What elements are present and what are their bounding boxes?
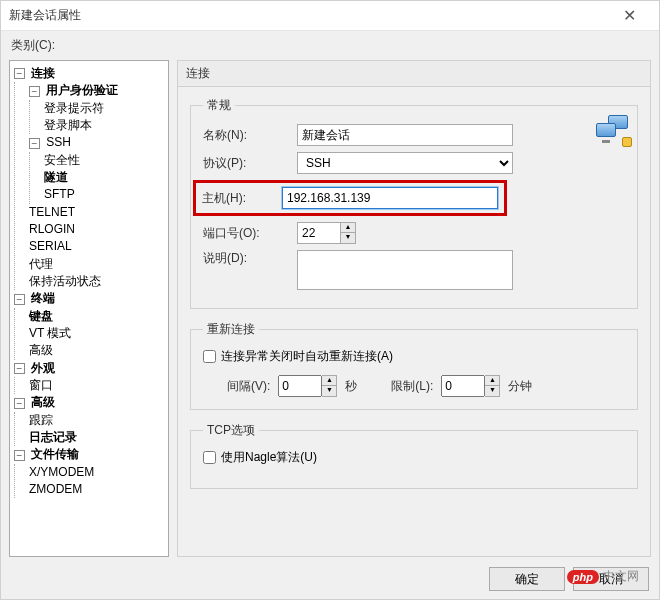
spinner-up-icon[interactable]: ▲ — [322, 376, 336, 386]
protocol-label: 协议(P): — [203, 155, 289, 172]
tree-item-rlogin[interactable]: RLOGIN — [29, 222, 75, 236]
group-tcp-legend: TCP选项 — [203, 422, 259, 439]
cancel-button[interactable]: 取消 — [573, 567, 649, 591]
category-label: 类别(C): — [11, 37, 651, 54]
tree-item-appearance[interactable]: 外观 — [31, 361, 55, 375]
seconds-label: 秒 — [345, 378, 357, 395]
tree-item-telnet[interactable]: TELNET — [29, 205, 75, 219]
description-label: 说明(D): — [203, 250, 289, 267]
tree-item-proxy[interactable]: 代理 — [29, 257, 53, 271]
group-reconnect-legend: 重新连接 — [203, 321, 259, 338]
host-input[interactable] — [282, 187, 498, 209]
nagle-checkbox[interactable] — [203, 451, 216, 464]
tree-item-keepalive[interactable]: 保持活动状态 — [29, 274, 101, 288]
tree-item-ssh[interactable]: SSH — [46, 136, 71, 150]
tree-item-sftp[interactable]: SFTP — [44, 188, 75, 202]
tree-item-window[interactable]: 窗口 — [29, 378, 53, 392]
group-tcp: TCP选项 使用Nagle算法(U) — [190, 422, 638, 489]
spinner-up-icon[interactable]: ▲ — [341, 223, 355, 233]
tree-item-zmodem[interactable]: ZMODEM — [29, 482, 82, 496]
tree-item-auth[interactable]: 用户身份验证 — [46, 84, 118, 98]
port-label: 端口号(O): — [203, 225, 289, 242]
body-row: − 连接 − 用户身份验证 登录提示符 登录脚本 — [9, 60, 651, 557]
close-icon[interactable]: ✕ — [607, 1, 651, 30]
host-label: 主机(H): — [202, 190, 274, 207]
interval-label: 间隔(V): — [227, 378, 270, 395]
panel-body: 常规 名称(N): 协议(P): SSH — [177, 86, 651, 557]
settings-panel: 连接 常规 名称(N): 协议(P): — [177, 60, 651, 557]
tree-toggle-icon[interactable]: − — [29, 86, 40, 97]
tree-item-filetransfer[interactable]: 文件传输 — [31, 448, 79, 462]
ok-button[interactable]: 确定 — [489, 567, 565, 591]
port-input[interactable] — [297, 222, 341, 244]
limit-spinner[interactable]: ▲ ▼ — [441, 375, 500, 397]
host-highlight: 主机(H): — [193, 180, 507, 216]
spinner-down-icon[interactable]: ▼ — [322, 386, 336, 396]
nagle-label: 使用Nagle算法(U) — [221, 449, 317, 466]
spinner-down-icon[interactable]: ▼ — [485, 386, 499, 396]
tree-item-vtmode[interactable]: VT 模式 — [29, 326, 71, 340]
tree-item-connection[interactable]: 连接 — [31, 66, 55, 80]
tree-toggle-icon[interactable]: − — [14, 398, 25, 409]
interval-spinner[interactable]: ▲ ▼ — [278, 375, 337, 397]
window-title: 新建会话属性 — [9, 7, 607, 24]
tree-item-advanced[interactable]: 高级 — [31, 396, 55, 410]
tree-item-keyboard[interactable]: 键盘 — [29, 309, 53, 323]
dialog-buttons: 确定 取消 php 中文网 — [9, 563, 651, 591]
group-reconnect: 重新连接 连接异常关闭时自动重新连接(A) 间隔(V): ▲ ▼ — [190, 321, 638, 410]
limit-label: 限制(L): — [391, 378, 433, 395]
tree-item-login-prompt[interactable]: 登录提示符 — [44, 101, 104, 115]
titlebar: 新建会话属性 ✕ — [1, 1, 659, 31]
name-label: 名称(N): — [203, 127, 289, 144]
tree-item-serial[interactable]: SERIAL — [29, 240, 72, 254]
spinner-up-icon[interactable]: ▲ — [485, 376, 499, 386]
dialog-content: 类别(C): − 连接 − 用户身份验证 登录提示符 登录 — [1, 31, 659, 599]
panel-title: 连接 — [177, 60, 651, 86]
group-general: 常规 名称(N): 协议(P): SSH — [190, 97, 638, 309]
description-input[interactable] — [297, 250, 513, 290]
tree-item-log[interactable]: 日志记录 — [29, 430, 77, 444]
tree-toggle-icon[interactable]: − — [29, 138, 40, 149]
tree-item-tunnel[interactable]: 隧道 — [44, 170, 68, 184]
tree-toggle-icon[interactable]: − — [14, 294, 25, 305]
tree-item-advanced-term[interactable]: 高级 — [29, 344, 53, 358]
interval-input[interactable] — [278, 375, 322, 397]
dialog-window: 新建会话属性 ✕ 类别(C): − 连接 − 用户身份验证 登录 — [0, 0, 660, 600]
tree-toggle-icon[interactable]: − — [14, 68, 25, 79]
minutes-label: 分钟 — [508, 378, 532, 395]
tree-toggle-icon[interactable]: − — [14, 363, 25, 374]
limit-input[interactable] — [441, 375, 485, 397]
tree-item-xymodem[interactable]: X/YMODEM — [29, 465, 94, 479]
group-general-legend: 常规 — [203, 97, 235, 114]
protocol-select[interactable]: SSH — [297, 152, 513, 174]
tree-item-terminal[interactable]: 终端 — [31, 292, 55, 306]
name-input[interactable] — [297, 124, 513, 146]
tree-item-login-script[interactable]: 登录脚本 — [44, 118, 92, 132]
tree-item-security[interactable]: 安全性 — [44, 153, 80, 167]
spinner-down-icon[interactable]: ▼ — [341, 233, 355, 243]
auto-reconnect-checkbox[interactable] — [203, 350, 216, 363]
tree-item-trace[interactable]: 跟踪 — [29, 413, 53, 427]
computers-icon — [596, 115, 630, 145]
tree-toggle-icon[interactable]: − — [14, 450, 25, 461]
auto-reconnect-label: 连接异常关闭时自动重新连接(A) — [221, 348, 393, 365]
category-tree[interactable]: − 连接 − 用户身份验证 登录提示符 登录脚本 — [9, 60, 169, 557]
port-spinner[interactable]: ▲ ▼ — [297, 222, 356, 244]
